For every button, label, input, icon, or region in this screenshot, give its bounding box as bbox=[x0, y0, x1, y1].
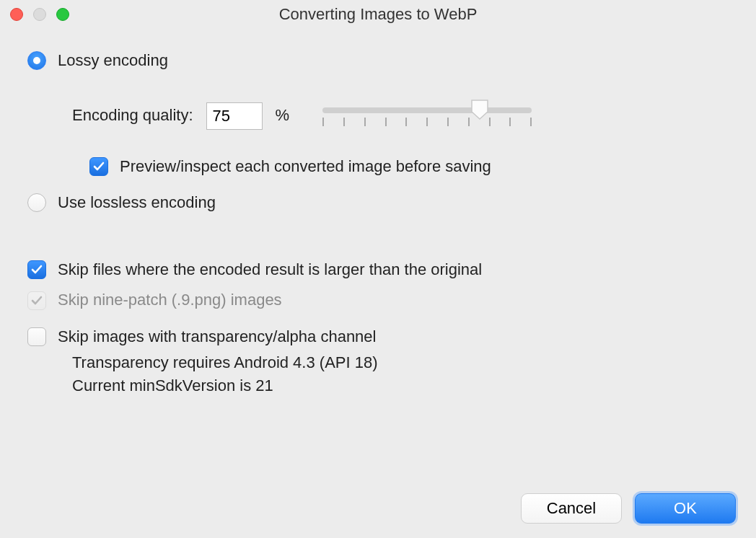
lossless-encoding-label: Use lossless encoding bbox=[58, 193, 216, 213]
skip-alpha-label: Skip images with transparency/alpha chan… bbox=[58, 327, 376, 348]
checkbox-checked-icon bbox=[89, 157, 108, 176]
skip-alpha-option[interactable]: Skip images with transparency/alpha chan… bbox=[27, 327, 729, 348]
lossy-encoding-label: Lossy encoding bbox=[58, 50, 168, 71]
skip-ninepatch-option: Skip nine-patch (.9.png) images bbox=[27, 290, 729, 311]
encoding-quality-row: Encoding quality: % bbox=[27, 102, 729, 131]
skip-ninepatch-label: Skip nine-patch (.9.png) images bbox=[58, 290, 282, 311]
radio-selected-icon bbox=[27, 51, 46, 70]
skip-larger-label: Skip files where the encoded result is l… bbox=[58, 260, 482, 281]
radio-unselected-icon bbox=[27, 193, 46, 212]
checkbox-unchecked-icon bbox=[27, 327, 46, 346]
slider-ticks bbox=[322, 118, 532, 126]
encoding-quality-label: Encoding quality: bbox=[72, 105, 193, 126]
slider-thumb-icon[interactable] bbox=[470, 99, 489, 120]
preview-before-saving-option[interactable]: Preview/inspect each converted image bef… bbox=[27, 156, 729, 177]
dialog-content: Lossy encoding Encoding quality: % Previ… bbox=[0, 29, 756, 395]
encoding-quality-slider[interactable] bbox=[322, 102, 532, 131]
alpha-note-minSdk: Current minSdkVersion is 21 bbox=[27, 376, 729, 395]
checkbox-disabled-checked-icon bbox=[27, 291, 46, 310]
alpha-note-api: Transparency requires Android 4.3 (API 1… bbox=[27, 353, 729, 372]
encoding-quality-input[interactable] bbox=[206, 102, 263, 130]
window-title: Converting Images to WebP bbox=[0, 5, 756, 24]
ok-button[interactable]: OK bbox=[635, 493, 736, 524]
cancel-button[interactable]: Cancel bbox=[521, 493, 622, 524]
skip-larger-option[interactable]: Skip files where the encoded result is l… bbox=[27, 260, 729, 281]
encoding-quality-unit: % bbox=[276, 105, 290, 126]
preview-before-saving-label: Preview/inspect each converted image bef… bbox=[120, 156, 491, 177]
lossless-encoding-option[interactable]: Use lossless encoding bbox=[27, 193, 729, 213]
checkbox-checked-icon bbox=[27, 260, 46, 279]
dialog-footer: Cancel OK bbox=[521, 493, 736, 524]
titlebar: Converting Images to WebP bbox=[0, 0, 756, 29]
lossy-encoding-option[interactable]: Lossy encoding bbox=[27, 50, 729, 71]
slider-track bbox=[322, 107, 532, 113]
